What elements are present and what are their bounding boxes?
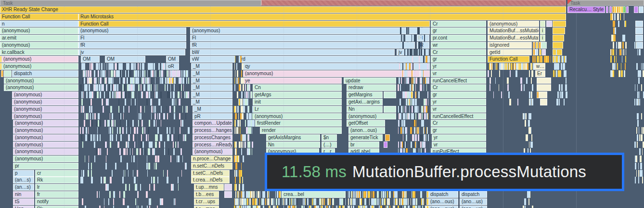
flame-frame[interactable]: getArgs (253, 91, 342, 98)
flame-frame[interactable]: process…nReady (193, 142, 232, 148)
flame-frame[interactable]: t.b…ees (194, 191, 219, 198)
flame-frame[interactable]: n.proce…Change (191, 156, 232, 162)
flame-frame-sliver[interactable] (635, 35, 643, 41)
flame-frame[interactable]: jv (78, 49, 185, 56)
flame-frame[interactable]: tS (13, 198, 34, 205)
flame-frame-sliver[interactable] (553, 27, 565, 34)
flame-frame[interactable]: (anonymous) (13, 156, 78, 162)
flame-frame[interactable]: (anonymous) (13, 148, 78, 155)
flame-frame[interactable]: (anonymous) (488, 21, 539, 27)
flame-frame[interactable]: compon…Update (193, 120, 232, 127)
flame-frame[interactable]: (anonymous) (0, 42, 78, 49)
flame-frame[interactable]: yr (432, 134, 486, 141)
flame-frame[interactable]: dispatch (460, 191, 487, 198)
flame-frame[interactable]: Run Microtasks (78, 13, 566, 20)
flame-frame-sliver[interactable] (540, 99, 547, 105)
flame-frame[interactable]: (ano…ous) (428, 198, 458, 205)
flame-frame-sliver[interactable] (542, 49, 546, 56)
flame-frame-sliver[interactable] (533, 42, 535, 49)
flame-frame-sliver[interactable] (553, 42, 563, 49)
flame-frame[interactable]: (ano…ous) (428, 206, 458, 208)
flame-frame[interactable]: Nn (347, 106, 383, 113)
flame-frame[interactable]: t.setC…nDefs (191, 170, 230, 177)
flame-frame[interactable]: render (260, 127, 342, 134)
flame-frame[interactable]: Fl (190, 35, 415, 41)
flame-frame[interactable]: redraw (347, 84, 396, 91)
flame-frame[interactable]: Cr (431, 84, 486, 91)
flame-frame-sliver[interactable] (606, 6, 608, 13)
flame-frame[interactable]: OM (166, 56, 179, 63)
flame-frame[interactable]: crea…bel (282, 191, 346, 198)
flame-frame[interactable]: (anonymous) (1, 56, 78, 63)
flame-frame[interactable]: Function Call (78, 21, 430, 27)
flame-frame[interactable]: Cr (431, 120, 486, 127)
flame-frame[interactable]: vr (431, 106, 486, 113)
flame-frame[interactable]: init (253, 99, 342, 105)
flame-frame[interactable]: gr (431, 56, 486, 63)
flame-frame[interactable]: (anonymous) (78, 27, 186, 34)
flame-frame[interactable]: yr (431, 99, 486, 105)
flame-frame[interactable]: (anonymous) (4, 84, 78, 91)
flame-frame[interactable]: _M (193, 106, 232, 113)
flame-frame[interactable]: gr (431, 127, 486, 134)
flame-frame[interactable]: Cr (431, 21, 486, 27)
flame-frame[interactable]: (anon…ous) (348, 127, 385, 134)
flame-frame[interactable]: cr (35, 170, 78, 177)
flame-frame[interactable]: update (344, 78, 396, 84)
flame-frame[interactable]: vW (190, 56, 235, 63)
flame-frame[interactable]: t.cr…ups (194, 198, 219, 205)
task-bar[interactable]: Task (0, 0, 261, 6)
flame-frame[interactable]: processChanges (193, 134, 232, 141)
flame-frame[interactable]: (ano…us) (460, 206, 487, 208)
flame-frame[interactable]: Cr (431, 49, 486, 56)
flame-frame-sliver[interactable] (540, 21, 545, 27)
flame-frame[interactable]: (anonymous) (1, 63, 78, 70)
flame-frame[interactable]: runCancelEffect (431, 78, 486, 84)
flame-frame-sliver[interactable] (553, 35, 564, 41)
flame-frame[interactable]: pR (193, 113, 232, 120)
flame-frame[interactable]: getOffset (347, 120, 385, 127)
flame-frame[interactable]: MutationBuf…ssMutations (488, 27, 539, 34)
flame-frame[interactable]: (anonymous) (12, 106, 78, 113)
flame-frame[interactable]: notify (35, 198, 78, 205)
flame-frame[interactable]: _M (191, 70, 232, 77)
flame-frame[interactable]: getId (488, 49, 532, 56)
flame-frame[interactable]: t.c…mns (194, 206, 219, 208)
flame-frame[interactable]: (anonymous) (13, 127, 78, 134)
flame-frame[interactable]: Cn (253, 84, 342, 91)
flame-frame-sliver[interactable] (541, 42, 547, 49)
flame-frame[interactable]: lr (35, 184, 78, 191)
flame-frame[interactable]: OM (105, 56, 145, 63)
flame-frame[interactable]: $n (322, 134, 337, 141)
flame-frame-sliver[interactable] (384, 106, 396, 113)
flame-frame[interactable]: i (540, 35, 545, 41)
flame-frame[interactable]: rd (239, 56, 430, 63)
flame-frame[interactable]: fR (190, 42, 415, 49)
flame-frame[interactable]: (anonymous) (13, 142, 78, 148)
flame-frame-sliver[interactable] (537, 84, 551, 91)
flame-frame[interactable]: vr (432, 142, 486, 148)
flame-frame[interactable]: _M (191, 78, 232, 84)
flame-frame[interactable]: getAxi…argins (347, 99, 383, 105)
flame-frame[interactable]: n (0, 21, 78, 27)
flame-frame[interactable]: _M (191, 63, 232, 70)
flame-frame[interactable]: _M (191, 99, 232, 105)
flame-frame-sliver[interactable] (553, 49, 562, 56)
flame-frame[interactable]: Rk (35, 177, 78, 183)
flame-frame[interactable]: (an…s) (13, 184, 34, 191)
flame-frame[interactable]: vr (431, 70, 486, 77)
flame-frame-sliver[interactable] (639, 6, 644, 13)
flame-frame[interactable]: (anonymous) (12, 91, 78, 98)
flame-frame[interactable]: gr (431, 91, 486, 98)
flame-frame-sliver[interactable] (385, 134, 390, 141)
flame-frame[interactable]: br (348, 142, 379, 148)
flame-frame-sliver[interactable] (224, 184, 232, 191)
flame-frame[interactable]: nin (13, 191, 34, 198)
flame-frame-sliver[interactable] (415, 70, 420, 77)
flame-frame[interactable]: gr (431, 27, 486, 34)
flame-frame[interactable]: Nn (266, 142, 320, 148)
flame-frame-sliver[interactable] (539, 49, 541, 56)
flame-frame[interactable]: (anonymous) (0, 27, 78, 34)
flame-frame-sliver[interactable] (546, 21, 552, 27)
flame-frame[interactable]: (anonymous) (12, 99, 78, 105)
